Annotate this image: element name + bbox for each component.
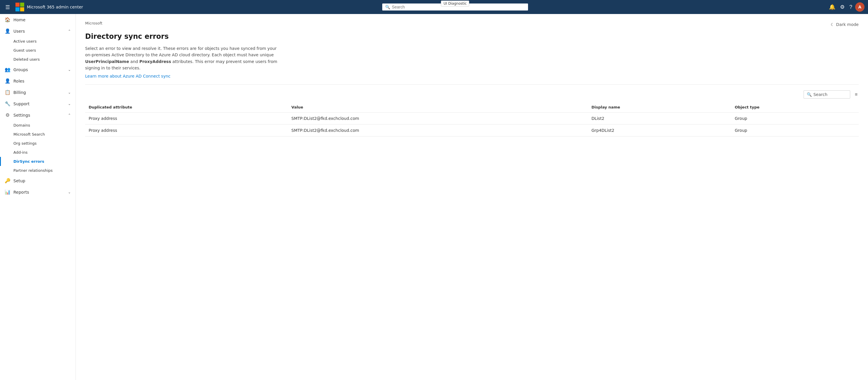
- sidebar-item-domains[interactable]: Domains: [13, 121, 75, 130]
- home-icon: 🏠: [5, 17, 10, 23]
- svg-rect-2: [16, 7, 20, 11]
- row1-value: SMTP:DList2@fkd.exchcloud.com: [288, 112, 588, 124]
- sidebar-item-org-settings[interactable]: Org settings: [13, 139, 75, 148]
- setup-icon: 🔑: [5, 178, 10, 183]
- sidebar-item-microsoft-search[interactable]: Microsoft Search: [13, 130, 75, 139]
- sidebar: 🏠 Home 👤 Users ⌃ Active users Guest user…: [0, 14, 76, 380]
- dark-mode-label: Dark mode: [836, 22, 859, 27]
- row1-display-name: DList2: [588, 112, 731, 124]
- row1-object-type: Group: [731, 112, 859, 124]
- sidebar-item-dirsync-errors[interactable]: DirSync errors: [13, 157, 75, 166]
- sidebar-item-users[interactable]: 👤 Users ⌃: [0, 25, 75, 37]
- row2-value: SMTP:DList2@fkd.exchcloud.com: [288, 124, 588, 136]
- sidebar-item-roles-label: Roles: [13, 79, 71, 83]
- topnav-actions: 🔔 ⚙ ? A: [827, 2, 865, 12]
- top-search-area: 🔍 UI Diagnostic: [87, 3, 824, 10]
- description-mid: and: [129, 59, 140, 64]
- header-row: Microsoft ☾ Dark mode: [85, 21, 859, 28]
- description-text: Select an error to view and resolve it. …: [85, 46, 277, 57]
- settings-button[interactable]: ⚙: [838, 2, 846, 12]
- app-title: Microsoft 365 admin center: [27, 5, 83, 9]
- sync-errors-table: Duplicated attribute Value Display name …: [85, 102, 859, 137]
- table-toolbar: 🔍 Search ≡: [85, 90, 859, 98]
- settings-submenu: Domains Microsoft Search Org settings Ad…: [0, 121, 75, 175]
- support-icon: 🔧: [5, 101, 10, 107]
- microsoft-logo-icon: [15, 2, 25, 12]
- reports-icon: 📊: [5, 189, 10, 195]
- page-title: Directory sync errors: [85, 32, 859, 40]
- avatar[interactable]: A: [855, 2, 865, 12]
- table-body: Proxy address SMTP:DList2@fkd.exchcloud.…: [85, 112, 859, 136]
- dark-mode-button[interactable]: ☾ Dark mode: [831, 22, 859, 27]
- table-row[interactable]: Proxy address SMTP:DList2@fkd.exchcloud.…: [85, 112, 859, 124]
- reports-chevron-icon: ⌄: [68, 190, 71, 194]
- description-bold2: ProxyAddress: [140, 59, 171, 64]
- svg-rect-1: [20, 3, 24, 7]
- top-navigation: ☰ Microsoft 365 admin center 🔍 UI Diagno…: [0, 0, 868, 14]
- sidebar-item-active-users[interactable]: Active users: [13, 37, 75, 46]
- row2-duplicated-attribute: Proxy address: [85, 124, 288, 136]
- sidebar-item-add-ins[interactable]: Add-ins: [13, 148, 75, 157]
- groups-chevron-icon: ⌄: [68, 68, 71, 72]
- app-body: 🏠 Home 👤 Users ⌃ Active users Guest user…: [0, 14, 868, 380]
- billing-icon: 📋: [5, 90, 10, 95]
- sidebar-item-settings-label: Settings: [13, 113, 65, 118]
- dark-mode-icon: ☾: [831, 22, 834, 27]
- sidebar-item-settings[interactable]: ⚙ Settings ⌃: [0, 109, 75, 121]
- sidebar-item-guest-users[interactable]: Guest users: [13, 46, 75, 55]
- col-object-type: Object type: [731, 102, 859, 113]
- notifications-button[interactable]: 🔔: [827, 2, 837, 12]
- users-icon: 👤: [5, 28, 10, 34]
- col-value: Value: [288, 102, 588, 113]
- table-header: Duplicated attribute Value Display name …: [85, 102, 859, 113]
- sidebar-item-users-label: Users: [13, 29, 65, 33]
- table-search-icon: 🔍: [807, 92, 812, 97]
- row1-duplicated-attribute: Proxy address: [85, 112, 288, 124]
- support-chevron-icon: ⌄: [68, 102, 71, 106]
- col-display-name: Display name: [588, 102, 731, 113]
- row2-object-type: Group: [731, 124, 859, 136]
- table-search-button[interactable]: 🔍 Search: [804, 90, 850, 98]
- sidebar-item-reports-label: Reports: [13, 190, 65, 195]
- help-button[interactable]: ?: [847, 2, 854, 12]
- sidebar-item-billing-label: Billing: [13, 90, 65, 95]
- col-duplicated-attribute: Duplicated attribute: [85, 102, 288, 113]
- ui-diagnostic-badge: UI Diagnostic: [441, 1, 469, 6]
- sidebar-item-reports[interactable]: 📊 Reports ⌄: [0, 186, 75, 198]
- users-chevron-icon: ⌃: [68, 29, 71, 33]
- description-bold1: UserPrincipalName: [85, 59, 129, 64]
- users-submenu: Active users Guest users Deleted users: [0, 37, 75, 64]
- learn-more-link[interactable]: Learn more about Azure AD Connect sync: [85, 74, 170, 79]
- main-content: Microsoft ☾ Dark mode Directory sync err…: [76, 14, 868, 380]
- sidebar-item-setup-label: Setup: [13, 178, 71, 183]
- sidebar-item-billing[interactable]: 📋 Billing ⌄: [0, 87, 75, 98]
- sidebar-item-support[interactable]: 🔧 Support ⌄: [0, 98, 75, 109]
- sidebar-item-home-label: Home: [13, 18, 71, 22]
- settings-icon: ⚙: [5, 112, 10, 118]
- svg-rect-3: [20, 7, 24, 11]
- app-logo: Microsoft 365 admin center: [15, 2, 83, 12]
- table-header-row: Duplicated attribute Value Display name …: [85, 102, 859, 113]
- groups-icon: 👥: [5, 67, 10, 72]
- breadcrumb: Microsoft: [85, 21, 102, 25]
- search-icon: 🔍: [385, 5, 390, 9]
- sidebar-item-setup[interactable]: 🔑 Setup: [0, 175, 75, 186]
- row2-display-name: Grp4DList2: [588, 124, 731, 136]
- roles-icon: 👤: [5, 78, 10, 84]
- sidebar-item-roles[interactable]: 👤 Roles: [0, 75, 75, 87]
- table-search-label: Search: [813, 92, 828, 97]
- sidebar-item-deleted-users[interactable]: Deleted users: [13, 55, 75, 64]
- sidebar-item-groups[interactable]: 👥 Groups ⌄: [0, 64, 75, 75]
- sidebar-item-partner-relationships[interactable]: Partner relationships: [13, 166, 75, 175]
- sidebar-item-support-label: Support: [13, 101, 65, 106]
- svg-rect-0: [16, 3, 20, 7]
- settings-chevron-icon: ⌃: [68, 113, 71, 117]
- hamburger-menu[interactable]: ☰: [3, 2, 12, 12]
- table-filter-button[interactable]: ≡: [854, 91, 859, 98]
- sidebar-item-home[interactable]: 🏠 Home: [0, 14, 75, 25]
- page-description: Select an error to view and resolve it. …: [85, 45, 283, 71]
- billing-chevron-icon: ⌄: [68, 90, 71, 94]
- content-divider: [85, 84, 859, 85]
- sidebar-item-groups-label: Groups: [13, 67, 65, 72]
- table-row[interactable]: Proxy address SMTP:DList2@fkd.exchcloud.…: [85, 124, 859, 136]
